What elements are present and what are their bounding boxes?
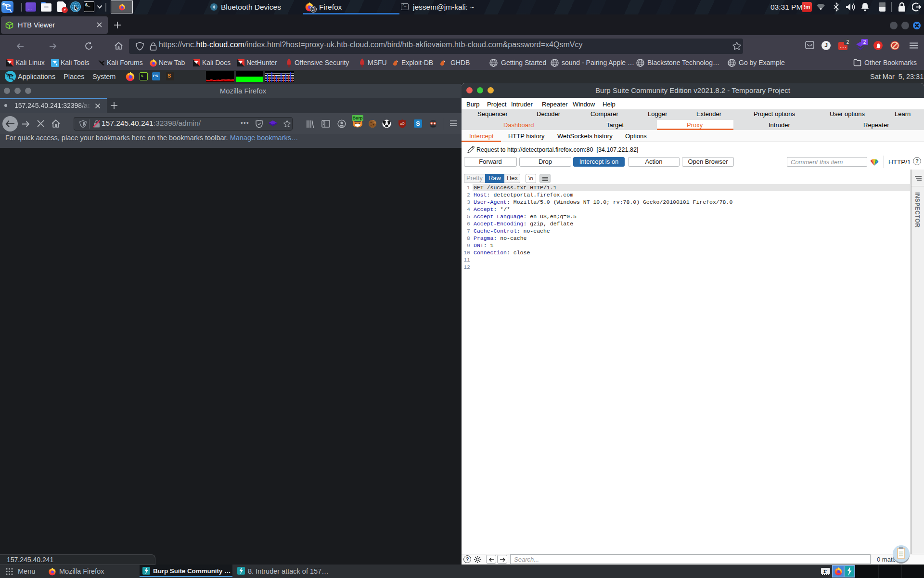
svg-text:uO: uO (400, 122, 405, 125)
